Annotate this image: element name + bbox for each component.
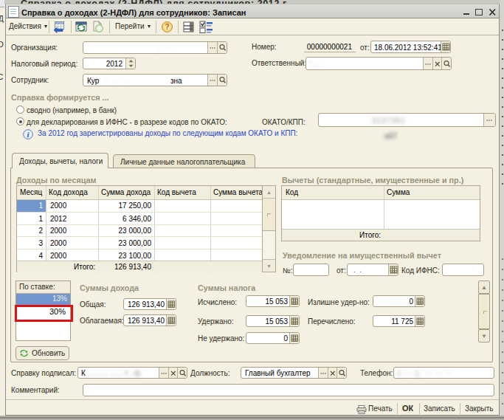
svg-text:?: ? [165,23,169,31]
